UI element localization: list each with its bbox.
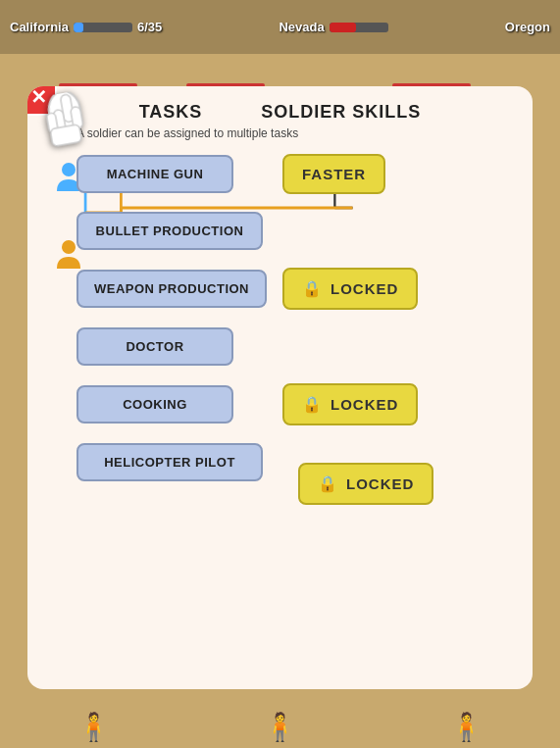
weapon-production-button[interactable]: WEAPON PRODUCTION [76, 270, 267, 308]
helicopter-pilot-button[interactable]: HELICOPTER PILOT [76, 443, 263, 481]
dialog-panel: ✕ TASKS SOLDIER SKILLS A soldier can be … [27, 86, 533, 689]
nevada-region: Nevada [279, 20, 387, 34]
task-row-helicopter-pilot: HELICOPTER PILOT 🔒 LOCKED [76, 443, 513, 481]
lock-icon-helicopter: 🔒 [318, 474, 338, 493]
bottom-soldiers: 🧍 🧍 🧍 [0, 670, 560, 748]
nevada-health-bar [330, 23, 388, 32]
soldier-bottom-3: 🧍 [449, 711, 484, 743]
bullet-production-button[interactable]: BULLET PRODUCTION [76, 212, 263, 250]
tasks-area: MACHINE GUN FASTER BULLET PRODUCTION WEA… [76, 154, 513, 481]
task-row-bullet-production: BULLET PRODUCTION [76, 212, 513, 250]
oregon-region: Oregon [505, 20, 550, 34]
doctor-button[interactable]: DOCTOR [76, 327, 233, 366]
oregon-label: Oregon [505, 20, 550, 34]
locked-label-helicopter: LOCKED [346, 475, 414, 492]
california-health-fill [74, 23, 83, 32]
hud-bar: California 6/35 Nevada Oregon [0, 0, 560, 54]
dialog-subtitle: A soldier can be assigned to multiple ta… [76, 126, 513, 140]
locked-label-cooking: LOCKED [331, 396, 398, 413]
task-row-cooking: COOKING 🔒 LOCKED [76, 383, 513, 425]
task-row-weapon-production: WEAPON PRODUCTION 🔒 LOCKED [76, 268, 513, 310]
faster-skill-badge[interactable]: FASTER [282, 154, 385, 194]
lock-icon-weapon: 🔒 [302, 279, 323, 298]
california-health-value: 6/35 [137, 20, 162, 34]
tasks-title: TASKS [139, 102, 203, 123]
california-health-bar [74, 23, 132, 32]
helicopter-locked-badge: 🔒 LOCKED [298, 463, 433, 505]
locked-label-weapon: LOCKED [331, 280, 398, 297]
skills-title: SOLDIER SKILLS [261, 102, 421, 123]
california-label: California [10, 20, 69, 34]
nevada-health-fill [330, 23, 356, 32]
task-row-doctor: DOCTOR [76, 327, 513, 366]
soldier-bottom-2: 🧍 [263, 711, 297, 743]
faster-label: FASTER [302, 166, 366, 182]
cooking-locked-badge: 🔒 LOCKED [282, 383, 418, 425]
cooking-button[interactable]: COOKING [76, 385, 233, 424]
dialog-header: TASKS SOLDIER SKILLS [47, 102, 513, 123]
machine-gun-button[interactable]: MACHINE GUN [76, 155, 233, 193]
svg-point-14 [62, 240, 76, 254]
weapon-production-locked-badge: 🔒 LOCKED [282, 268, 418, 310]
california-region: California 6/35 [10, 20, 162, 34]
task-row-machine-gun: MACHINE GUN FASTER [76, 154, 513, 194]
lock-icon-cooking: 🔒 [302, 395, 323, 414]
soldier-bottom-1: 🧍 [76, 711, 111, 743]
nevada-label: Nevada [279, 20, 324, 34]
